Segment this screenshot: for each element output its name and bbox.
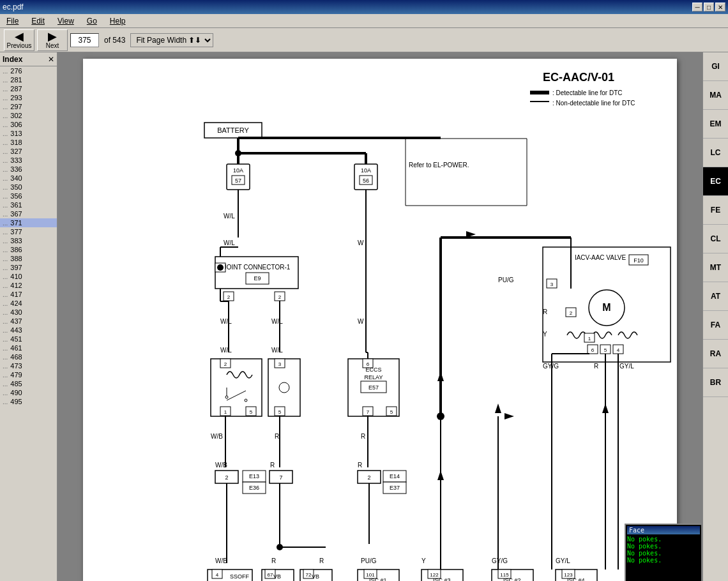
svg-text:SSOFF: SSOFF (230, 573, 250, 580)
menu-view[interactable]: View (54, 15, 78, 27)
close-button[interactable]: ✕ (715, 3, 725, 11)
sidebar-item-333[interactable]: ...333 (0, 156, 57, 165)
maximize-button[interactable]: □ (704, 3, 714, 11)
sidebar-num: 356 (10, 192, 22, 200)
sidebar-dots: ... (3, 130, 8, 137)
sidebar-item-473[interactable]: ...473 (0, 361, 57, 370)
right-tab-ra[interactable]: RA (703, 340, 728, 368)
page-number-input[interactable] (70, 33, 99, 47)
svg-text:ISC #4: ISC #4 (567, 577, 585, 581)
sidebar-item-293[interactable]: ...293 (0, 93, 57, 102)
sidebar-item-451[interactable]: ...451 (0, 335, 57, 343)
log-line-4: No pokes. (627, 557, 700, 564)
right-tab-cl[interactable]: CL (703, 225, 728, 253)
sidebar-num: 479 (10, 371, 22, 379)
right-tab-ec[interactable]: EC (703, 167, 728, 196)
svg-text:W/L: W/L (224, 239, 235, 246)
svg-text:EC-AAC/V-01: EC-AAC/V-01 (543, 71, 614, 84)
right-tab-at[interactable]: AT (703, 282, 728, 311)
menu-go[interactable]: Go (83, 15, 101, 27)
sidebar-item-417[interactable]: ...417 (0, 290, 57, 299)
right-tab-br[interactable]: BR (703, 368, 728, 397)
svg-text:2: 2 (224, 361, 227, 367)
next-label: Next (46, 42, 59, 49)
sidebar-item-306[interactable]: ...306 (0, 120, 57, 129)
sidebar-item-340[interactable]: ...340 (0, 174, 57, 183)
sidebar-item-490[interactable]: ...490 (0, 388, 57, 397)
sidebar-dots: ... (3, 220, 8, 227)
right-tab-em[interactable]: EM (703, 110, 728, 139)
svg-text:RELAY: RELAY (365, 374, 383, 381)
sidebar-item-350[interactable]: ...350 (0, 183, 57, 192)
sidebar-item-386[interactable]: ...386 (0, 245, 57, 254)
sidebar-dots: ... (3, 202, 8, 209)
sidebar: Index ✕ ...276...281...287...293...297..… (0, 52, 57, 581)
right-tab-ma[interactable]: MA (703, 81, 728, 110)
sidebar-item-327[interactable]: ...327 (0, 147, 57, 156)
menu-edit[interactable]: Edit (27, 15, 49, 27)
sidebar-item-495[interactable]: ...495 (0, 397, 57, 406)
sidebar-num: 287 (10, 85, 22, 93)
sidebar-num: 302 (10, 112, 22, 119)
sidebar-num: 333 (10, 156, 22, 164)
sidebar-dots: ... (3, 77, 8, 84)
svg-text:BATTERY: BATTERY (217, 126, 249, 134)
next-button[interactable]: ▶ Next (37, 29, 68, 51)
zoom-select[interactable]: Fit Page Width ⬆⬇ 50% 75% 100% 125% (130, 33, 213, 47)
sidebar-item-377[interactable]: ...377 (0, 227, 57, 236)
sidebar-item-430[interactable]: ...430 (0, 308, 57, 317)
sidebar-item-287[interactable]: ...287 (0, 84, 57, 93)
prev-button[interactable]: ◀ Previous (4, 29, 34, 51)
sidebar-item-361[interactable]: ...361 (0, 200, 57, 209)
right-tab-mt[interactable]: MT (703, 253, 728, 282)
svg-marker-178 (495, 404, 501, 413)
sidebar-item-336[interactable]: ...336 (0, 165, 57, 174)
sidebar-item-371[interactable]: ...371 (0, 218, 57, 227)
sidebar-item-443[interactable]: ...443 (0, 326, 57, 335)
right-tab-fa[interactable]: FA (703, 311, 728, 340)
right-tabs: GIMAEMLCECFECLMTATFARABR (702, 52, 728, 581)
pdf-viewer[interactable]: EC-AAC/V-01 : Detectable line for DTC : … (57, 52, 702, 581)
title-bar: ec.pdf ─ □ ✕ (0, 0, 728, 14)
right-tab-lc[interactable]: LC (703, 139, 728, 167)
sidebar-item-485[interactable]: ...485 (0, 379, 57, 388)
sidebar-item-313[interactable]: ...313 (0, 129, 57, 138)
sidebar-item-468[interactable]: ...468 (0, 352, 57, 361)
sidebar-item-479[interactable]: ...479 (0, 370, 57, 379)
sidebar-item-281[interactable]: ...281 (0, 75, 57, 84)
sidebar-dots: ... (3, 264, 8, 271)
sidebar-item-297[interactable]: ...297 (0, 102, 57, 111)
sidebar-dots: ... (3, 381, 8, 388)
sidebar-item-397[interactable]: ...397 (0, 263, 57, 272)
sidebar-item-461[interactable]: ...461 (0, 343, 57, 352)
sidebar-item-410[interactable]: ...410 (0, 272, 57, 281)
sidebar-item-318[interactable]: ...318 (0, 138, 57, 147)
sidebar-num: 443 (10, 326, 22, 334)
sidebar-item-356[interactable]: ...356 (0, 192, 57, 200)
svg-point-39 (217, 264, 224, 271)
sidebar-item-388[interactable]: ...388 (0, 254, 57, 263)
next-arrow-icon: ▶ (48, 31, 57, 42)
svg-text:R: R (594, 363, 598, 370)
sidebar-item-412[interactable]: ...412 (0, 281, 57, 290)
sidebar-item-437[interactable]: ...437 (0, 317, 57, 326)
svg-text:PU/G: PU/G (361, 557, 377, 564)
sidebar-item-383[interactable]: ...383 (0, 236, 57, 245)
sidebar-title: Index (3, 55, 22, 64)
sidebar-item-276[interactable]: ...276 (0, 66, 57, 75)
sidebar-num: 281 (10, 76, 22, 84)
sidebar-item-424[interactable]: ...424 (0, 299, 57, 308)
svg-text:R: R (275, 433, 279, 440)
sidebar-dots: ... (3, 86, 8, 93)
svg-text:3: 3 (550, 282, 554, 287)
sidebar-close-button[interactable]: ✕ (48, 55, 54, 64)
menu-file[interactable]: File (3, 15, 22, 27)
sidebar-list[interactable]: ...276...281...287...293...297...302...3… (0, 66, 57, 581)
menu-help[interactable]: Help (106, 15, 130, 27)
sidebar-item-367[interactable]: ...367 (0, 209, 57, 218)
sidebar-item-302[interactable]: ...302 (0, 111, 57, 120)
minimize-button[interactable]: ─ (692, 3, 702, 11)
sidebar-num: 430 (10, 308, 22, 316)
right-tab-fe[interactable]: FE (703, 196, 728, 225)
right-tab-gi[interactable]: GI (703, 52, 728, 81)
